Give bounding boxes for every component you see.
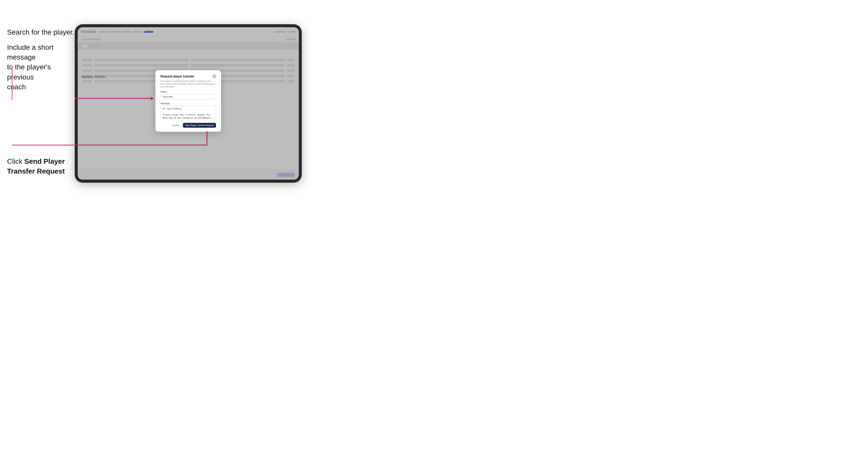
- tablet-frame: Update Roster: [75, 24, 302, 183]
- annotation-search-text: Search for the player.: [7, 27, 74, 37]
- modal-dialog: Request player transfer ✕ If the player …: [155, 70, 221, 132]
- cancel-button[interactable]: Cancel: [171, 123, 181, 128]
- modal-title: Request player transfer: [160, 75, 194, 78]
- player-input[interactable]: [160, 94, 216, 100]
- message-field-label: Message: [160, 102, 216, 105]
- modal-actions: Cancel Send Player Transfer Request: [160, 123, 216, 128]
- modal-close-button[interactable]: ✕: [213, 75, 216, 78]
- message-textarea[interactable]: Hi Coach McHarg, Please accept this tran…: [160, 106, 216, 119]
- modal-description: If the player is transferring from anoth…: [160, 80, 216, 88]
- tablet-screen: Update Roster: [78, 27, 299, 180]
- player-field-label: Player: [160, 91, 216, 93]
- send-transfer-request-button[interactable]: Send Player Transfer Request: [183, 123, 216, 128]
- modal-header: Request player transfer ✕: [160, 75, 216, 78]
- modal-overlay: Request player transfer ✕ If the player …: [78, 27, 299, 180]
- annotation-message-text: Include a short message to the player's …: [7, 42, 73, 92]
- annotation-click-text: Click Send Player Transfer Request: [7, 156, 73, 176]
